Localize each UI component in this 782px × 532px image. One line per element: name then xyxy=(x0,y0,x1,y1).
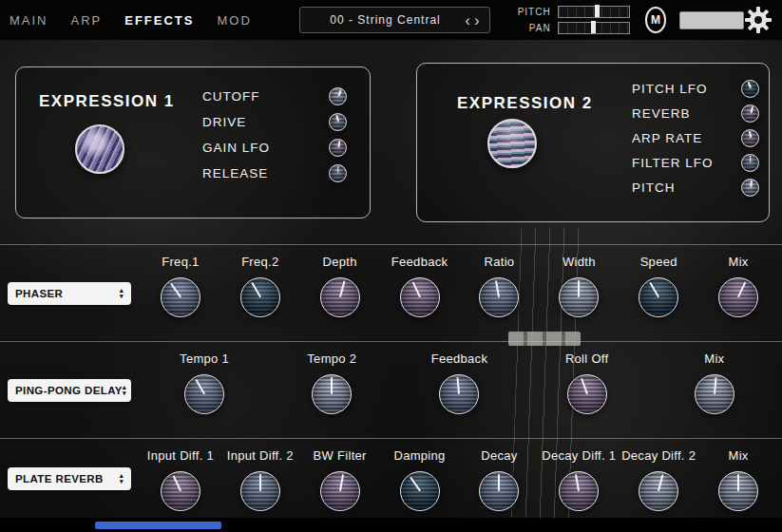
param-row: GAIN LFO xyxy=(202,138,347,157)
arp-rate-mini-knob[interactable] xyxy=(741,129,759,147)
tempo-2-knob[interactable] xyxy=(312,374,352,414)
expression-2-macro-knob[interactable] xyxy=(487,119,537,168)
preset-prev-icon[interactable]: ‹ xyxy=(463,12,472,28)
expression-1-macro-knob[interactable] xyxy=(75,124,124,174)
pitch-slider-handle[interactable] xyxy=(595,5,600,17)
knob-label: Damping xyxy=(393,448,445,463)
knob-label: Freq.1 xyxy=(162,255,199,269)
knob-group: Mix xyxy=(676,352,753,414)
knob-group: Tempo 1 xyxy=(165,352,243,414)
pan-label: PAN xyxy=(515,23,551,33)
tempo-1-knob[interactable] xyxy=(184,374,224,414)
knob-group: Mix xyxy=(699,255,777,317)
tab-mod[interactable]: MOD xyxy=(217,13,251,28)
effect-selector-label: PLATE REVERB xyxy=(15,473,104,484)
knob-label: Decay Diff. 2 xyxy=(621,448,696,463)
knob-label: Tempo 1 xyxy=(180,352,229,366)
knob-label: Mix xyxy=(729,448,749,463)
feedback-knob[interactable] xyxy=(400,277,440,317)
expression-1-params: CUTOFF DRIVE GAIN LFO RELEASE xyxy=(202,86,347,182)
effect-selector-ping-pong-delay[interactable]: PING-PONG DELAY ▴▾ xyxy=(8,379,131,402)
knob-label: Mix xyxy=(704,352,724,366)
scrollbar-thumb[interactable] xyxy=(95,522,221,529)
param-label: PITCH xyxy=(632,180,676,195)
effect-selector-plate-reverb[interactable]: PLATE REVERB ▴▾ xyxy=(8,467,131,490)
gain-lfo-mini-knob[interactable] xyxy=(329,139,347,157)
expression-2-panel: EXPRESSION 2 PITCH LFO REVERB ARP RATE F… xyxy=(416,63,770,222)
decay-diff-1-knob[interactable] xyxy=(559,471,599,511)
effect-row-phaser: PHASER ▴▾ Freq.1Freq.2DepthFeedbackRatio… xyxy=(0,244,782,342)
filter-lfo-mini-knob[interactable] xyxy=(741,154,759,172)
knob-group: Roll Off xyxy=(548,352,626,414)
freq-1-knob[interactable] xyxy=(161,277,200,317)
freq-2-knob[interactable] xyxy=(240,277,280,317)
drive-mini-knob[interactable] xyxy=(329,113,347,131)
cutoff-mini-knob[interactable] xyxy=(329,87,347,105)
input-diff-1-knob[interactable] xyxy=(161,471,200,511)
settings-gear-icon xyxy=(744,6,772,34)
knob-group: Feedback xyxy=(420,352,498,414)
pitch-pan-controls: PITCH PAN xyxy=(515,6,630,34)
settings-button[interactable] xyxy=(744,6,772,34)
param-row: DRIVE xyxy=(202,112,347,131)
plate-reverb-knobs: Input Diff. 1Input Diff. 2BW FilterDampi… xyxy=(141,448,778,511)
input-diff-2-knob[interactable] xyxy=(240,471,280,511)
tab-main[interactable]: MAIN xyxy=(10,13,48,28)
phaser-knobs: Freq.1Freq.2DepthFeedbackRatioWidthSpeed… xyxy=(141,255,778,317)
expression-1-panel: EXPRESSION 1 CUTOFF DRIVE GAIN LFO RELEA… xyxy=(15,66,371,218)
release-mini-knob[interactable] xyxy=(329,164,347,182)
reverb-mini-knob[interactable] xyxy=(741,104,759,123)
knob-label: Feedback xyxy=(391,255,448,269)
knob-group: BW Filter xyxy=(301,448,379,511)
param-row: ARP RATE xyxy=(632,128,759,147)
knob-label: Input Diff. 1 xyxy=(147,448,214,463)
mix-knob[interactable] xyxy=(695,374,734,414)
tab-arp[interactable]: ARP xyxy=(71,13,103,28)
speed-knob[interactable] xyxy=(639,277,678,317)
decay-knob[interactable] xyxy=(479,471,519,511)
effect-selector-phaser[interactable]: PHASER ▴▾ xyxy=(8,282,131,305)
effect-row-plate-reverb: PLATE REVERB ▴▾ Input Diff. 1Input Diff.… xyxy=(0,438,782,519)
pitch-mini-knob[interactable] xyxy=(741,179,759,197)
effect-row-ping-pong-delay: PING-PONG DELAY ▴▾ Tempo 1Tempo 2Feedbac… xyxy=(0,341,782,439)
damping-knob[interactable] xyxy=(400,471,440,511)
param-label: FILTER LFO xyxy=(632,156,714,170)
knob-group: Damping xyxy=(381,448,459,511)
knob-group: Freq.2 xyxy=(221,255,299,317)
param-label: RELEASE xyxy=(202,166,268,180)
pitch-label: PITCH xyxy=(515,7,551,17)
knob-label: Speed xyxy=(640,255,677,269)
knob-label: Width xyxy=(563,255,596,269)
knob-label: Mix xyxy=(729,255,749,269)
roll-off-knob[interactable] xyxy=(567,374,607,414)
param-row: FILTER LFO xyxy=(632,153,759,172)
width-knob[interactable] xyxy=(559,277,599,317)
pitch-lfo-mini-knob[interactable] xyxy=(741,80,759,98)
expression-1-title: EXPRESSION 1 xyxy=(39,92,175,111)
master-volume-slider[interactable] xyxy=(679,11,744,29)
knob-group: Width xyxy=(540,255,618,317)
ratio-knob[interactable] xyxy=(479,277,519,317)
knob-group: Ratio xyxy=(460,255,538,317)
pitch-slider[interactable] xyxy=(558,6,630,18)
mix-knob[interactable] xyxy=(718,277,758,317)
mono-button[interactable]: M xyxy=(645,7,667,33)
param-row: REVERB xyxy=(632,104,759,123)
depth-knob[interactable] xyxy=(320,277,360,317)
effect-selector-label: PHASER xyxy=(15,288,63,299)
knob-label: Input Diff. 2 xyxy=(227,448,294,463)
ping-pong-delay-knobs: Tempo 1Tempo 2FeedbackRoll OffMix xyxy=(141,352,778,414)
bw-filter-knob[interactable] xyxy=(320,471,360,511)
knob-group: Input Diff. 2 xyxy=(221,448,299,511)
pan-slider-handle[interactable] xyxy=(591,21,596,33)
feedback-knob[interactable] xyxy=(439,374,479,414)
select-updown-icon: ▴▾ xyxy=(120,473,124,484)
preset-selector[interactable]: 00 - String Central ‹ › xyxy=(299,7,490,33)
tab-effects[interactable]: EFFECTS xyxy=(124,13,194,28)
knob-group: Decay xyxy=(460,448,538,511)
preset-next-icon[interactable]: › xyxy=(472,12,482,28)
knob-group: Mix xyxy=(699,448,777,511)
pan-slider[interactable] xyxy=(558,22,630,34)
mix-knob[interactable] xyxy=(718,471,758,511)
decay-diff-2-knob[interactable] xyxy=(639,471,678,511)
